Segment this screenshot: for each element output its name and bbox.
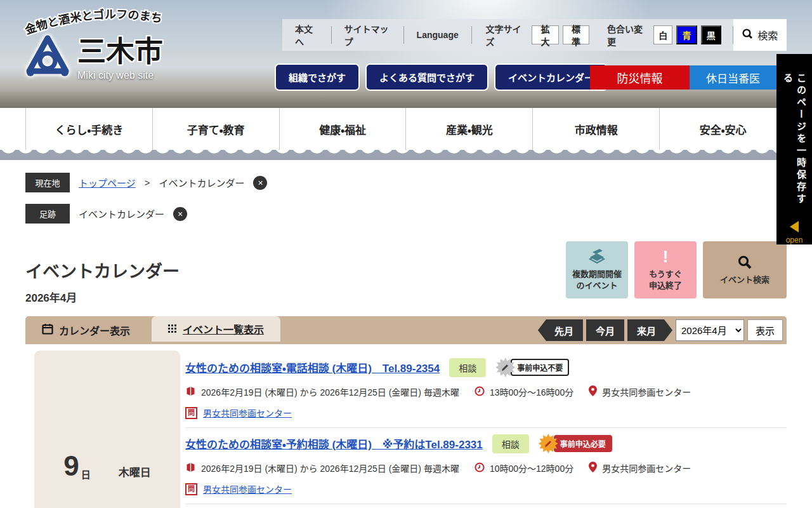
search-by-organization-button[interactable]: 組織でさがす <box>275 64 360 91</box>
city-emblem-icon <box>22 33 74 85</box>
date-cell: 9 日 木曜日 <box>34 351 180 508</box>
date-range-icon <box>185 462 196 474</box>
breadcrumb-current-row: 現在地 トップページ > イベントカレンダー × <box>25 173 787 192</box>
apply-badge: 事前申込不要 <box>495 358 569 377</box>
breadcrumb-close-icon[interactable]: × <box>253 176 267 190</box>
closing-soon-label-1: もうすぐ <box>649 269 682 280</box>
breadcrumb-trail-row: 足跡 イベントカレンダー × <box>25 204 787 224</box>
event-title-link[interactable]: 女性のための相談室・予約相談 (木曜日) ※予約はTel.89-2331 <box>185 436 483 451</box>
search-icon <box>737 254 752 271</box>
inquiry-link[interactable]: 男女共同参画センター <box>203 406 292 419</box>
nav-item-kosodate[interactable]: 子育て・教育 <box>152 108 279 150</box>
search-icon <box>742 28 753 42</box>
inquiry-icon: 問 <box>185 483 197 495</box>
apply-label: 事前申込不要 <box>511 359 569 376</box>
footprint-item: イベントカレンダー <box>79 207 164 220</box>
inquiry-link[interactable]: 男女共同参画センター <box>203 483 292 495</box>
site-header: 金物と酒米とゴルフのまち 三木市 Miki city web site 本文へ … <box>0 0 812 108</box>
event-row: 4月9日 ファミリーサロンにこにこ／緑が丘町公民館 子育て 事前申込不要 <box>185 504 787 508</box>
breadcrumb-home-link[interactable]: トップページ <box>79 176 136 189</box>
books-icon <box>586 248 608 265</box>
quick-links-row: 組織でさがす よくある質問でさがす イベントカレンダー <box>275 64 608 91</box>
language-link[interactable]: Language <box>404 27 471 43</box>
save-page-tab[interactable]: このページを一時保存する open <box>776 54 812 244</box>
previous-month-button[interactable]: 先月 <box>538 319 583 341</box>
save-page-label: このページを一時保存する <box>781 73 808 211</box>
holiday-doctor-button[interactable]: 休日当番医 <box>690 65 776 90</box>
event-row: 女性のための相談室・電話相談 (木曜日) Tel.89-2354 相談 事前申込… <box>185 352 787 428</box>
current-location-label: 現在地 <box>25 173 70 192</box>
open-label: open <box>786 236 803 244</box>
logo-tagline-arc: 金物と酒米とゴルフのまち <box>22 4 193 37</box>
tab-calendar-view-label: カレンダー表示 <box>59 323 130 338</box>
main-navigation: くらし・手続き 子育て・教育 健康・福祉 産業・観光 市政情報 安全・安心 <box>0 108 812 150</box>
location-pin-icon <box>589 462 597 474</box>
category-badge: 相談 <box>449 358 486 377</box>
closing-soon-button[interactable]: ! もうすぐ 申込終了 <box>634 241 697 298</box>
date-range-icon <box>185 386 196 398</box>
weekday-label: 木曜日 <box>119 464 151 479</box>
nav-item-kurashi[interactable]: くらし・手続き <box>25 108 152 150</box>
nav-item-shisei[interactable]: 市政情報 <box>532 108 659 150</box>
month-select[interactable]: 2026年4月 <box>676 319 744 341</box>
next-month-button[interactable]: 来月 <box>627 319 672 341</box>
title-row: イベントカレンダー 2026年4月 複数期間開催 のイベント ! もうすぐ 申込… <box>0 235 812 316</box>
multi-period-label-1: 複数期間開催 <box>572 269 622 280</box>
font-standard-button[interactable]: 標準 <box>563 25 589 44</box>
site-search-button[interactable]: 検索 <box>733 19 787 51</box>
grid-icon <box>168 324 177 333</box>
color-white-button[interactable]: 白 <box>653 25 672 44</box>
footprint-close-icon[interactable]: × <box>173 207 187 221</box>
tab-calendar-view[interactable]: カレンダー表示 <box>25 316 147 344</box>
apply-label: 事前申込必要 <box>554 435 612 452</box>
sitemap-link[interactable]: サイトマップ <box>332 27 403 43</box>
font-enlarge-button[interactable]: 拡大 <box>532 25 558 44</box>
promo-buttons: 複数期間開催 のイベント ! もうすぐ 申込終了 イベント検索 <box>566 241 787 298</box>
tab-list-view-label: イベント一覧表示 <box>183 321 264 337</box>
show-button[interactable]: 表示 <box>747 319 783 341</box>
event-search-button[interactable]: イベント検索 <box>703 241 787 298</box>
wave-divider <box>0 150 812 160</box>
breadcrumb-separator: > <box>145 177 150 188</box>
clock-icon <box>475 386 485 398</box>
event-time: 10時00分～12時00分 <box>490 462 573 474</box>
tab-list-view[interactable]: イベント一覧表示 <box>152 316 280 342</box>
apply-badge: 事前申込必要 <box>539 434 612 453</box>
event-title-link[interactable]: 女性のための相談室・電話相談 (木曜日) Tel.89-2354 <box>185 359 440 375</box>
exclamation-icon: ! <box>663 248 669 265</box>
color-black-button[interactable]: 黒 <box>701 25 721 44</box>
event-list: 9 日 木曜日 女性のための相談室・電話相談 (木曜日) Tel.89-2354… <box>25 344 787 508</box>
month-controls: 先月 今月 来月 2026年4月 表示 <box>538 316 787 341</box>
closing-soon-label-2: 申込終了 <box>649 280 682 291</box>
disaster-info-button[interactable]: 防災情報 <box>590 65 690 90</box>
site-logo[interactable]: 金物と酒米とゴルフのまち 三木市 Miki city web site <box>22 4 193 85</box>
footprint-label: 足跡 <box>25 204 70 224</box>
skip-to-content-link[interactable]: 本文へ <box>282 27 331 43</box>
logo-tagline: 金物と酒米とゴルフのまち <box>23 8 164 37</box>
page-subtitle: 2026年4月 <box>25 289 180 305</box>
event-date-range: 2026年2月19日 (木曜日) から 2026年12月25日 (金曜日) 毎週… <box>201 462 459 474</box>
utility-bar: 本文へ サイトマップ Language 文字サイズ 拡大 標準 色合い変更 白 … <box>282 19 787 51</box>
inquiry-icon: 問 <box>185 407 197 419</box>
open-arrow-icon <box>790 221 799 232</box>
nav-item-kenko[interactable]: 健康・福祉 <box>279 108 406 150</box>
category-badge: 相談 <box>492 434 529 453</box>
breadcrumb-current-page: イベントカレンダー <box>159 176 244 189</box>
faq-search-button[interactable]: よくある質問でさがす <box>365 64 488 91</box>
event-time: 13時00分～16時00分 <box>490 385 573 398</box>
color-blue-button[interactable]: 青 <box>676 25 697 44</box>
nav-item-anzen[interactable]: 安全・安心 <box>659 108 787 150</box>
calendar-icon <box>42 323 53 337</box>
day-unit: 日 <box>81 467 91 481</box>
multi-period-label-2: のイベント <box>576 280 617 291</box>
day-number: 9 <box>63 452 79 480</box>
nav-item-sangyo[interactable]: 産業・観光 <box>405 108 532 150</box>
font-size-label: 文字サイズ <box>472 22 532 48</box>
multi-period-events-button[interactable]: 複数期間開催 のイベント <box>566 241 628 298</box>
current-month-button[interactable]: 今月 <box>586 319 624 341</box>
svg-text:金物と酒米とゴルフのまち: 金物と酒米とゴルフのまち <box>23 8 164 37</box>
event-place: 男女共同参画センター <box>602 462 691 474</box>
view-tab-bar: カレンダー表示 イベント一覧表示 先月 今月 来月 2026年4月 表示 <box>25 316 787 344</box>
site-subtitle: Miki city web site <box>77 70 163 81</box>
search-button-label: 検索 <box>757 27 778 43</box>
